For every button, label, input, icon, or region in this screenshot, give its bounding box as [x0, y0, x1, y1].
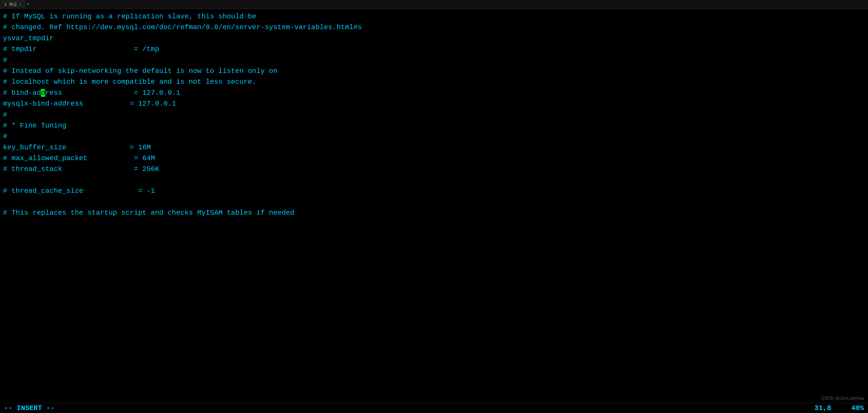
cursor-position: 31,8: [814, 404, 831, 412]
code-line: # thread_stack = 256K: [3, 164, 865, 174]
editor-area: # If MySQL is running as a replication s…: [0, 9, 868, 403]
new-tab-button[interactable]: +: [25, 1, 32, 7]
tab-label: 1 华云: [4, 2, 17, 7]
tab-bar: 1 华云 × +: [0, 0, 868, 9]
code-line: [3, 197, 865, 207]
code-line: mysqlx-bind-address = 127.0.0.1: [3, 98, 865, 109]
status-bar: -- INSERT -- 31,8 40%: [0, 403, 868, 413]
code-line: # changed. Ref https://dev.mysql.com/doc…: [3, 22, 865, 33]
code-line: [3, 175, 865, 185]
cursor: d: [41, 89, 45, 97]
code-line: # bind-address = 127.0.0.1: [3, 87, 865, 98]
code-line: # localhost which is more compatible and…: [3, 77, 865, 87]
code-line: # * Fine Tuning: [3, 120, 865, 131]
code-line: #: [3, 131, 865, 142]
watermark: CSDN @JunLianHua: [821, 396, 864, 401]
code-line: # This replaces the startup script and c…: [3, 207, 865, 218]
editor-mode: -- INSERT --: [4, 404, 55, 412]
tab-1[interactable]: 1 华云 ×: [1, 1, 25, 8]
code-line: #: [3, 55, 865, 66]
code-line: key_buffer_size = 16M: [3, 142, 865, 153]
code-line: # max_allowed_packet = 64M: [3, 153, 865, 164]
code-line: # Instead of skip-networking the default…: [3, 66, 865, 77]
code-line: # tmpdir = /tmp: [3, 44, 865, 55]
code-line: # If MySQL is running as a replication s…: [3, 11, 865, 22]
code-line: ysvar_tmpdir: [3, 33, 865, 44]
scroll-percent: 40%: [851, 404, 864, 412]
code-line: # thread_cache_size = -1: [3, 185, 865, 196]
tab-close-button[interactable]: ×: [19, 2, 21, 6]
status-right: 31,8 40%: [814, 404, 864, 412]
code-line: #: [3, 109, 865, 120]
